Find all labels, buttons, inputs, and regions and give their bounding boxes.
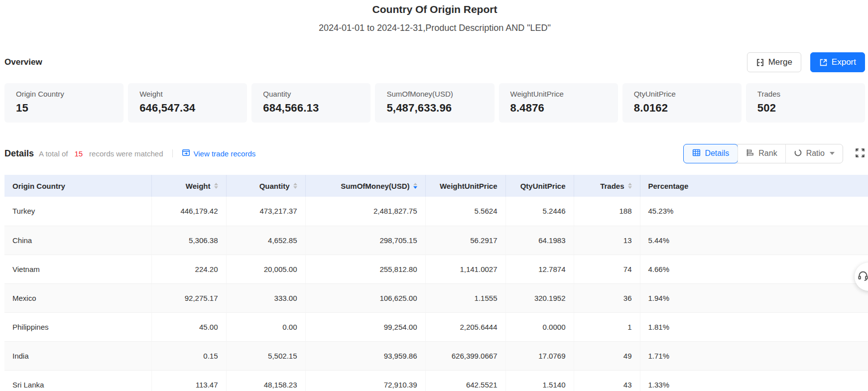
card-label: Weight — [139, 90, 236, 98]
cell-percentage: 5.44% — [640, 226, 868, 255]
sort-icon — [628, 183, 632, 189]
view-mode-rank-label: Rank — [758, 149, 777, 158]
cell-qty-unit-price: 12.7874 — [505, 255, 574, 283]
table-row: Turkey 446,179.42 473,217.37 2,481,827.7… — [4, 197, 868, 226]
cell-weight: 113.47 — [151, 370, 226, 391]
view-mode-controls: Details Rank — [683, 144, 865, 163]
cell-percentage: 45.23% — [640, 197, 868, 226]
overview-cards: Origin Country 15 Weight 646,547.34 Quan… — [4, 83, 865, 123]
export-button[interactable]: Export — [810, 52, 865, 72]
report-subtitle: 2024-01-01 to 2024-12-31,Product Descrip… — [4, 23, 865, 33]
summary-suffix: records were matched — [89, 149, 163, 158]
report-header: Country Of Origin Report 2024-01-01 to 2… — [4, 0, 865, 33]
cell-quantity: 48,158.23 — [226, 370, 305, 391]
cell-origin-country: Vietnam — [4, 255, 151, 283]
details-summary: Details A total of 15 records were match… — [4, 148, 255, 159]
table-header: Origin Country Weight Quantity SumOfMone… — [4, 175, 868, 197]
cell-trades: 13 — [574, 226, 640, 255]
cell-weight-unit-price: 2,205.6444 — [425, 312, 505, 341]
details-table: Origin Country Weight Quantity SumOfMone… — [4, 175, 865, 391]
cell-origin-country: India — [4, 341, 151, 370]
cell-weight-unit-price: 1.1555 — [425, 283, 505, 312]
export-icon — [819, 58, 828, 67]
overview-actions: Merge Export — [747, 52, 865, 72]
column-header-trades[interactable]: Trades — [574, 175, 640, 197]
table-row: Vietnam 224.20 20,005.00 255,812.80 1,14… — [4, 255, 868, 283]
cell-sum-of-money: 99,254.00 — [305, 312, 425, 341]
view-mode-ratio-label: Ratio — [806, 149, 825, 158]
cell-qty-unit-price: 320.1952 — [505, 283, 574, 312]
cell-weight-unit-price: 56.2917 — [425, 226, 505, 255]
card-value: 502 — [757, 102, 854, 115]
column-header-origin-country: Origin Country — [4, 175, 151, 197]
cell-weight-unit-price: 5.5624 — [425, 197, 505, 226]
sort-icon — [293, 183, 297, 189]
table-row: China 5,306.38 4,652.85 298,705.15 56.29… — [4, 226, 868, 255]
cell-trades: 36 — [574, 283, 640, 312]
column-header-weight-unit-price: WeightUnitPrice — [425, 175, 505, 197]
cell-qty-unit-price: 5.2446 — [505, 197, 574, 226]
cell-trades: 43 — [574, 370, 640, 391]
table-row: India 0.15 5,502.15 93,959.86 626,399.06… — [4, 341, 868, 370]
cell-weight: 446,179.42 — [151, 197, 226, 226]
merge-button[interactable]: Merge — [747, 52, 801, 72]
column-header-sum-of-money[interactable]: SumOfMoney(USD) — [305, 175, 425, 197]
view-trade-records-label: View trade records — [194, 149, 256, 158]
export-button-label: Export — [832, 57, 856, 67]
column-header-weight[interactable]: Weight — [151, 175, 226, 197]
cell-quantity: 473,217.37 — [226, 197, 305, 226]
cell-quantity: 0.00 — [226, 312, 305, 341]
fullscreen-button[interactable] — [855, 148, 865, 159]
cell-weight-unit-price: 642.5521 — [425, 370, 505, 391]
view-trade-records-link[interactable]: View trade records — [182, 148, 256, 158]
cell-weight: 5,306.38 — [151, 226, 226, 255]
card-label: Origin Country — [16, 90, 112, 98]
view-mode-rank-button[interactable]: Rank — [738, 144, 785, 163]
sort-icon — [214, 183, 218, 189]
table-row: Sri Lanka 113.47 48,158.23 72,910.39 642… — [4, 370, 868, 391]
cell-trades: 74 — [574, 255, 640, 283]
cell-qty-unit-price: 64.1983 — [505, 226, 574, 255]
cell-qty-unit-price: 17.0769 — [505, 341, 574, 370]
merge-button-label: Merge — [768, 57, 792, 67]
details-section-title: Details — [4, 148, 34, 159]
cell-trades: 188 — [574, 197, 640, 226]
chevron-down-icon — [830, 152, 835, 155]
cell-percentage: 4.66% — [640, 255, 868, 283]
country-of-origin-report-page: Country Of Origin Report 2024-01-01 to 2… — [0, 0, 868, 391]
cell-quantity: 5,502.15 — [226, 341, 305, 370]
cell-sum-of-money: 72,910.39 — [305, 370, 425, 391]
card-value: 8.4876 — [510, 102, 607, 115]
card-label: QtyUnitPrice — [634, 90, 730, 98]
table-icon — [692, 148, 701, 159]
card-value: 684,566.13 — [263, 102, 359, 115]
card-weight-unit-price: WeightUnitPrice 8.4876 — [499, 83, 618, 123]
column-header-quantity[interactable]: Quantity — [226, 175, 305, 197]
trade-records-icon — [182, 148, 190, 158]
card-value: 8.0162 — [634, 102, 730, 115]
details-bar: Details A total of 15 records were match… — [4, 143, 865, 164]
summary-prefix: A total of — [39, 149, 68, 158]
card-quantity: Quantity 684,566.13 — [251, 83, 371, 123]
ratio-ring-icon — [794, 148, 802, 159]
cell-trades: 49 — [574, 341, 640, 370]
cell-percentage: 1.81% — [640, 312, 868, 341]
table-body: Turkey 446,179.42 473,217.37 2,481,827.7… — [4, 197, 868, 391]
overview-section-title: Overview — [4, 57, 42, 67]
cell-weight: 45.00 — [151, 312, 226, 341]
cell-sum-of-money: 2,481,827.75 — [305, 197, 425, 226]
column-header-percentage: Percentage — [640, 175, 868, 197]
cell-weight: 0.15 — [151, 341, 226, 370]
overview-bar: Overview Merge Export — [4, 52, 865, 72]
view-mode-group: Details Rank — [683, 144, 843, 163]
view-mode-ratio-button[interactable]: Ratio — [785, 144, 843, 163]
cell-qty-unit-price: 1.5140 — [505, 370, 574, 391]
card-label: WeightUnitPrice — [510, 90, 607, 98]
cell-weight-unit-price: 626,399.0667 — [425, 341, 505, 370]
column-header-qty-unit-price: QtyUnitPrice — [505, 175, 574, 197]
cell-qty-unit-price: 0.0000 — [505, 312, 574, 341]
card-trades: Trades 502 — [746, 83, 865, 123]
cell-percentage: 1.33% — [640, 370, 868, 391]
card-sum-of-money: SumOfMoney(USD) 5,487,633.96 — [375, 83, 494, 123]
view-mode-details-button[interactable]: Details — [683, 144, 738, 163]
